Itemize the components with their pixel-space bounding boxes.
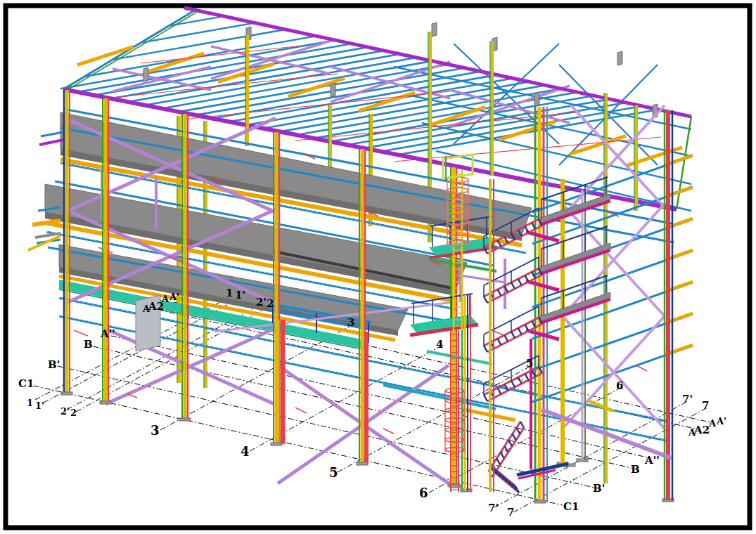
- grid-label-7p-right: 7': [682, 393, 693, 405]
- gusset-plate: [617, 51, 622, 65]
- grid-label-3-bottom: 3: [150, 423, 160, 438]
- grid-label-6-bottom: 6: [419, 486, 428, 500]
- grid-label-1p-mid: 1': [235, 289, 245, 301]
- grid-label-2-left: 2: [70, 408, 77, 418]
- base-plate: [61, 392, 72, 395]
- gusset-plate: [534, 92, 539, 106]
- base-plate: [357, 462, 368, 465]
- grid-label-1-left: 1: [27, 398, 33, 408]
- base-plate: [100, 401, 111, 404]
- grid-label-a-left2: A: [161, 294, 169, 304]
- grid-label-4-bottom: 4: [241, 444, 250, 459]
- grid-label-bp-left: B': [48, 358, 60, 371]
- grid-label-2p-mid: 2': [256, 296, 267, 308]
- grid-label-5-mid: 5: [526, 357, 533, 370]
- grid-label-3-mid: 3: [347, 316, 354, 329]
- grid-label-ap-right: A': [716, 416, 726, 426]
- grid-label-7-right: 7: [702, 399, 709, 412]
- base-plate: [179, 418, 191, 421]
- grid-label-5-bottom: 5: [329, 465, 338, 480]
- grid-label-app-left: A'': [100, 327, 115, 340]
- grid-label-b-right: B: [631, 463, 640, 476]
- model-viewport: 1 1' 2' 2 C1 B' B A'' A A2 A A' 1 1' 2' …: [0, 0, 756, 534]
- grid-label-c1-right: C1: [563, 500, 579, 513]
- gusset-plate: [432, 22, 437, 37]
- gusset-plate: [143, 67, 148, 82]
- grid-label-bp-right: B': [593, 482, 605, 495]
- grid-label-1p-left: 1': [35, 400, 44, 411]
- base-plate: [271, 443, 282, 445]
- grid-label-a2-right: A2: [693, 424, 710, 436]
- grid-label-ap-left: A': [169, 292, 179, 302]
- grid-label-2-mid: 2: [267, 297, 274, 310]
- model-canvas: 1 1' 2' 2 C1 B' B A'' A A2 A A' 1 1' 2' …: [0, 0, 756, 534]
- grid-label-a-right2: A: [708, 418, 717, 429]
- base-plate: [534, 500, 546, 503]
- grid-label-c1-left: C1: [18, 377, 34, 390]
- grid-label-7-bottom: 7: [507, 506, 514, 519]
- grid-label-6-right: 6: [616, 379, 623, 392]
- grid-label-1-mid: 1: [226, 287, 233, 299]
- grid-label-app-right: A'': [644, 454, 660, 467]
- grid-label-4-mid: 4: [436, 338, 443, 351]
- grid-label-7p-bottom: 7': [488, 502, 499, 514]
- grid-label-b-left: B: [84, 338, 93, 351]
- grid-label-2p-left: 2': [60, 406, 70, 417]
- gusset-plate: [331, 83, 335, 97]
